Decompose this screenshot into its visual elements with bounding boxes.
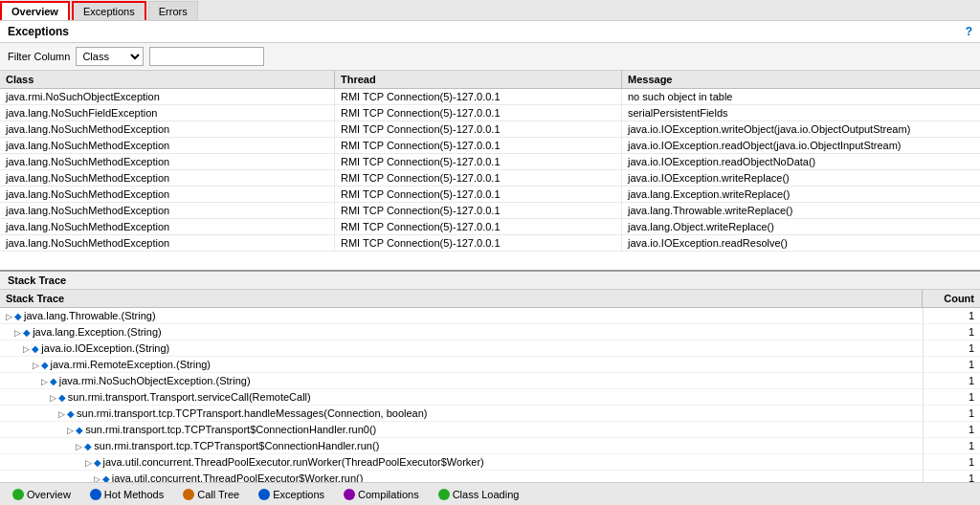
method-icon: ◆ xyxy=(41,360,49,370)
bottom-tab-call-tree[interactable]: Call Tree xyxy=(174,485,248,504)
cell-class: java.lang.NoSuchMethodException xyxy=(0,219,335,234)
expand-icon: ▷ xyxy=(50,393,56,403)
stack-row[interactable]: ▷◆java.rmi.RemoteException.(String) 1 xyxy=(0,357,980,373)
stack-cell-count: 1 xyxy=(923,406,980,421)
stack-header-trace: Stack Trace xyxy=(0,290,923,307)
expand-icon: ▷ xyxy=(94,474,100,482)
table-row[interactable]: java.lang.NoSuchMethodException RMI TCP … xyxy=(0,121,980,138)
tab-overview[interactable]: Overview xyxy=(0,1,70,20)
expand-icon: ▷ xyxy=(58,409,65,419)
stack-cell-count: 1 xyxy=(923,324,980,340)
cell-thread: RMI TCP Connection(5)-127.0.0.1 xyxy=(335,170,622,186)
section-title: Exceptions xyxy=(8,25,69,38)
table-row[interactable]: java.lang.NoSuchMethodException RMI TCP … xyxy=(0,170,980,187)
cell-message: java.io.IOException.readObjectNoData() xyxy=(622,154,980,169)
cell-thread: RMI TCP Connection(5)-127.0.0.1 xyxy=(335,154,622,169)
expand-icon: ▷ xyxy=(85,458,92,468)
expand-icon: ▷ xyxy=(41,377,48,386)
method-icon: ◆ xyxy=(67,408,75,419)
compilations-icon xyxy=(344,489,355,500)
stack-cell-count: 1 xyxy=(923,357,980,372)
method-icon: ◆ xyxy=(14,311,22,321)
stack-cell-count: 1 xyxy=(923,389,980,405)
table-row[interactable]: java.lang.NoSuchMethodException RMI TCP … xyxy=(0,138,980,154)
stack-row[interactable]: ▷◆java.util.concurrent.ThreadPoolExecuto… xyxy=(0,471,980,482)
cell-message: no such object in table xyxy=(622,89,980,104)
table-row[interactable]: java.lang.NoSuchMethodException RMI TCP … xyxy=(0,219,980,235)
stack-trace-section: Stack Trace Stack Trace Count ▷◆java.lan… xyxy=(0,272,980,482)
stack-body: ▷◆java.lang.Throwable.(String) 1 ▷◆java.… xyxy=(0,308,980,482)
expand-icon: ▷ xyxy=(23,344,30,354)
table-row[interactable]: java.lang.NoSuchMethodException RMI TCP … xyxy=(0,203,980,219)
exceptions-table-body: java.rmi.NoSuchObjectException RMI TCP C… xyxy=(0,89,980,270)
cell-thread: RMI TCP Connection(5)-127.0.0.1 xyxy=(335,203,622,218)
header-class: Class xyxy=(0,71,335,88)
table-row[interactable]: java.lang.NoSuchFieldException RMI TCP C… xyxy=(0,105,980,121)
exceptions-section: Class Thread Message java.rmi.NoSuchObje… xyxy=(0,71,980,272)
cell-class: java.lang.NoSuchMethodException xyxy=(0,170,335,186)
method-icon: ◆ xyxy=(32,343,39,354)
bottom-tab-class-loading[interactable]: Class Loading xyxy=(430,485,528,504)
expand-icon: ▷ xyxy=(14,328,21,338)
tab-errors[interactable]: Errors xyxy=(148,1,198,20)
stack-row[interactable]: ▷◆sun.rmi.transport.Transport.serviceCal… xyxy=(0,389,980,406)
method-icon: ◆ xyxy=(76,425,83,435)
expand-icon: ▷ xyxy=(6,312,12,321)
table-row[interactable]: java.lang.NoSuchMethodException RMI TCP … xyxy=(0,187,980,203)
method-icon: ◆ xyxy=(102,473,110,482)
cell-message: java.io.IOException.readResolve() xyxy=(622,235,980,251)
stack-row[interactable]: ▷◆java.rmi.NoSuchObjectException.(String… xyxy=(0,373,980,389)
cell-class: java.lang.NoSuchMethodException xyxy=(0,187,335,202)
stack-cell-method: ▷◆java.util.concurrent.ThreadPoolExecuto… xyxy=(0,454,923,470)
bottom-tab-bar: Overview Hot Methods Call Tree Exception… xyxy=(0,482,980,505)
filter-column-select[interactable]: Class Thread Message xyxy=(76,47,144,66)
overview-icon xyxy=(12,489,24,500)
cell-thread: RMI TCP Connection(5)-127.0.0.1 xyxy=(335,235,622,251)
table-row[interactable]: java.lang.NoSuchMethodException RMI TCP … xyxy=(0,154,980,170)
cell-message: java.lang.Object.writeReplace() xyxy=(622,219,980,234)
cell-class: java.lang.NoSuchFieldException xyxy=(0,105,335,121)
stack-row[interactable]: ▷◆sun.rmi.transport.tcp.TCPTransport$Con… xyxy=(0,438,980,454)
method-icon: ◆ xyxy=(23,327,31,338)
filter-input[interactable] xyxy=(149,47,264,66)
stack-row[interactable]: ▷◆sun.rmi.transport.tcp.TCPTransport.han… xyxy=(0,406,980,422)
stack-cell-method: ▷◆java.util.concurrent.ThreadPoolExecuto… xyxy=(0,471,923,482)
stack-cell-method: ▷◆java.io.IOException.(String) xyxy=(0,340,923,356)
bottom-tab-exceptions[interactable]: Exceptions xyxy=(250,485,333,504)
cell-thread: RMI TCP Connection(5)-127.0.0.1 xyxy=(335,187,622,202)
stack-row[interactable]: ▷◆java.io.IOException.(String) 1 xyxy=(0,340,980,357)
stack-cell-count: 1 xyxy=(923,340,980,356)
stack-row[interactable]: ▷◆java.lang.Exception.(String) 1 xyxy=(0,324,980,340)
cell-thread: RMI TCP Connection(5)-127.0.0.1 xyxy=(335,105,622,121)
stack-cell-count: 1 xyxy=(923,438,980,453)
method-icon: ◆ xyxy=(94,457,101,468)
exceptions-bottom-icon xyxy=(258,489,270,500)
stack-row[interactable]: ▷◆sun.rmi.transport.tcp.TCPTransport$Con… xyxy=(0,422,980,438)
stack-cell-method: ▷◆java.lang.Exception.(String) xyxy=(0,324,923,340)
bottom-tab-compilations[interactable]: Compilations xyxy=(335,485,428,504)
bottom-tab-overview[interactable]: Overview xyxy=(4,485,79,504)
stack-cell-method: ▷◆sun.rmi.transport.tcp.TCPTransport$Con… xyxy=(0,422,923,437)
help-icon[interactable]: ? xyxy=(966,25,972,38)
stack-cell-count: 1 xyxy=(923,422,980,437)
bottom-tab-hot-methods[interactable]: Hot Methods xyxy=(81,485,172,504)
exceptions-table-header: Class Thread Message xyxy=(0,71,980,89)
section-header: Exceptions ? xyxy=(0,21,980,43)
cell-class: java.lang.NoSuchMethodException xyxy=(0,203,335,218)
table-row[interactable]: java.lang.NoSuchMethodException RMI TCP … xyxy=(0,235,980,252)
tab-exceptions[interactable]: Exceptions xyxy=(72,1,146,20)
table-row[interactable]: java.rmi.NoSuchObjectException RMI TCP C… xyxy=(0,89,980,105)
expand-icon: ▷ xyxy=(67,426,74,435)
method-icon: ◆ xyxy=(84,441,92,451)
cell-class: java.lang.NoSuchMethodException xyxy=(0,138,335,153)
cell-class: java.lang.NoSuchMethodException xyxy=(0,235,335,251)
stack-row[interactable]: ▷◆java.util.concurrent.ThreadPoolExecuto… xyxy=(0,454,980,471)
cell-message: serialPersistentFields xyxy=(622,105,980,121)
filter-label: Filter Column xyxy=(8,51,70,62)
hot-methods-icon xyxy=(90,489,101,500)
cell-class: java.rmi.NoSuchObjectException xyxy=(0,89,335,104)
stack-row[interactable]: ▷◆java.lang.Throwable.(String) 1 xyxy=(0,308,980,324)
method-icon: ◆ xyxy=(50,376,57,386)
stack-table-header: Stack Trace Count xyxy=(0,290,980,308)
expand-icon: ▷ xyxy=(33,361,39,370)
